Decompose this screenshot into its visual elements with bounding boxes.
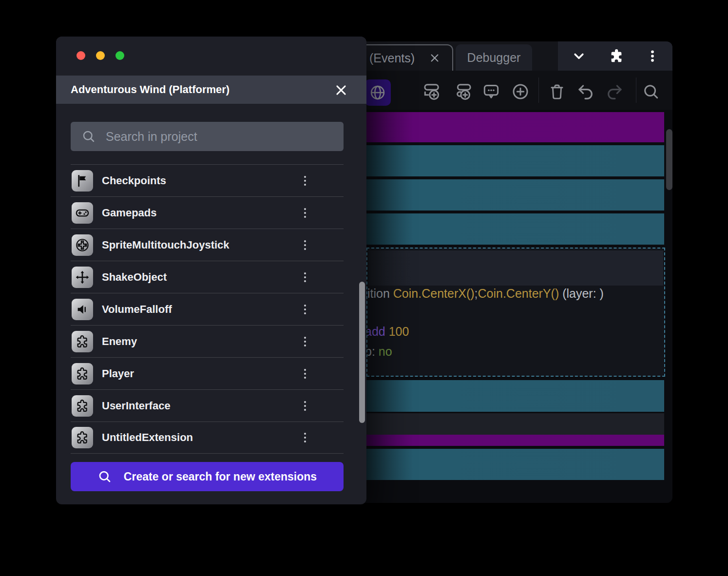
event-row-teal[interactable] <box>366 145 664 176</box>
extension-name: Gamepads <box>102 207 157 219</box>
project-search-box <box>71 122 344 151</box>
item-kebab-menu[interactable] <box>299 301 311 318</box>
code-expression: Coin.CenterY() <box>478 287 559 300</box>
dialog-titlebar <box>56 37 366 76</box>
event-row-teal[interactable] <box>366 380 664 412</box>
list-item-checkpoints[interactable]: Checkpoints <box>71 164 344 196</box>
search-icon <box>81 129 96 144</box>
item-kebab-menu[interactable] <box>299 429 311 446</box>
list-item-volumefalloff[interactable]: VolumeFalloff <box>71 293 344 325</box>
tab-events-label: (Events) <box>369 51 415 65</box>
list-item-enemy[interactable]: Enemy <box>71 325 344 357</box>
traffic-light-zoom[interactable] <box>115 51 124 60</box>
tab-close-icon[interactable] <box>429 53 440 63</box>
window-controls-panel <box>558 41 672 71</box>
events-footer-area <box>366 413 664 435</box>
code-param: p: <box>367 345 379 358</box>
item-kebab-menu[interactable] <box>299 173 311 189</box>
event-action-text: ition Coin.CenterX();Coin.CenterY() (lay… <box>367 287 664 301</box>
screen: (Events) Debugger <box>0 0 728 576</box>
extensions-puzzle-icon[interactable] <box>608 47 625 65</box>
tab-debugger-label: Debugger <box>467 51 521 65</box>
item-kebab-menu[interactable] <box>299 333 311 350</box>
event-row-teal[interactable] <box>366 213 664 245</box>
add-event-button[interactable] <box>421 80 443 103</box>
traffic-light-minimize[interactable] <box>96 51 105 60</box>
redo-button[interactable] <box>603 80 626 103</box>
list-item-spritemultitouchjoystick[interactable]: SpriteMultitouchJoystick <box>71 229 344 261</box>
code-layer-text: (layer: ) <box>559 287 604 300</box>
joystick-icon <box>72 234 93 256</box>
extension-name: Player <box>102 367 134 380</box>
create-extension-button-label: Create or search for new extensions <box>124 470 317 483</box>
dialog-scrollbar-thumb[interactable] <box>359 282 365 423</box>
code-fragment: ition <box>367 287 393 300</box>
list-item-untitledextension[interactable]: UntitledExtension <box>71 422 344 454</box>
tab-debugger[interactable]: Debugger <box>456 44 532 71</box>
puzzle-icon <box>72 363 93 384</box>
extension-name: VolumeFalloff <box>102 303 172 316</box>
gamepad-icon <box>72 202 93 224</box>
speaker-icon <box>72 299 93 320</box>
globe-button[interactable] <box>364 79 391 106</box>
dialog-title: Adventurous Wind (Platformer) <box>71 83 230 96</box>
code-value: 100 <box>385 325 409 338</box>
extension-name: Checkpoints <box>102 174 166 187</box>
extension-name: ShakeObject <box>102 271 167 284</box>
add-subevent-button[interactable] <box>452 80 475 103</box>
code-separator: ; <box>475 287 478 300</box>
toolbar-divider <box>636 77 636 103</box>
code-value: no <box>379 345 392 358</box>
close-icon[interactable] <box>333 82 349 98</box>
code-expression: Coin.CenterX() <box>393 287 475 300</box>
item-kebab-menu[interactable] <box>299 237 311 253</box>
create-extension-button[interactable]: Create or search for new extensions <box>71 462 344 491</box>
event-action-text: p: no <box>367 345 664 359</box>
event-row-purple[interactable] <box>366 112 664 142</box>
search-input[interactable] <box>106 130 320 144</box>
extension-name: UntitledExtension <box>102 431 193 444</box>
undo-button[interactable] <box>575 80 597 103</box>
list-item-gamepads[interactable]: Gamepads <box>71 196 344 229</box>
delete-button[interactable] <box>546 80 568 103</box>
search-events-button[interactable] <box>640 80 662 103</box>
list-item-player[interactable]: Player <box>71 357 344 389</box>
list-item-shakeobject[interactable]: ShakeObject <box>71 261 344 293</box>
code-keyword: add <box>367 325 385 338</box>
move-arrows-icon <box>72 267 93 288</box>
selected-event-condition-area <box>368 250 663 286</box>
extensions-list: Checkpoints Gamepads <box>71 164 344 454</box>
event-row-teal[interactable] <box>366 179 664 211</box>
extension-name: UserInterface <box>102 400 171 412</box>
events-scrollbar-thumb[interactable] <box>666 129 672 190</box>
extension-name: Enemy <box>102 335 137 348</box>
kebab-menu-icon[interactable] <box>645 48 660 64</box>
puzzle-icon <box>72 331 93 352</box>
item-kebab-menu[interactable] <box>299 269 311 286</box>
event-row-teal[interactable] <box>366 449 664 480</box>
chevron-down-icon[interactable] <box>571 48 587 64</box>
search-icon <box>97 469 112 484</box>
extension-name: SpriteMultitouchJoystick <box>102 239 230 251</box>
circle-plus-button[interactable] <box>509 80 532 103</box>
add-comment-button[interactable] <box>480 80 502 103</box>
puzzle-icon <box>72 395 93 417</box>
list-item-userinterface[interactable]: UserInterface <box>71 389 344 422</box>
toolbar-divider <box>538 77 539 103</box>
item-kebab-menu[interactable] <box>299 365 311 382</box>
flag-icon <box>72 170 93 192</box>
traffic-light-close[interactable] <box>77 51 85 60</box>
dialog-header: Adventurous Wind (Platformer) <box>56 76 366 104</box>
puzzle-icon <box>72 427 93 448</box>
item-kebab-menu[interactable] <box>299 398 311 414</box>
extensions-dialog: Adventurous Wind (Platformer) Checkpoint… <box>56 37 366 504</box>
item-kebab-menu[interactable] <box>299 205 311 221</box>
event-action-text: add 100 <box>367 325 664 339</box>
